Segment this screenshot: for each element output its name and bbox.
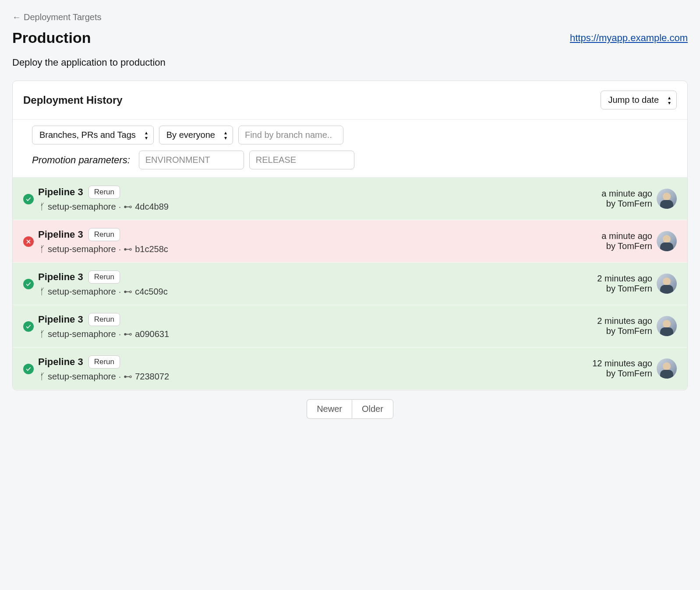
section-title: Deployment History [23, 94, 123, 106]
deployment-time: a minute ago [601, 189, 652, 199]
deployment-author: by TomFern [601, 199, 652, 209]
x-icon [23, 236, 34, 247]
branch-icon: ᚶ [40, 244, 45, 254]
rerun-button[interactable]: Rerun [88, 313, 120, 326]
rerun-button[interactable]: Rerun [88, 355, 120, 369]
pipeline-name: Pipeline 3 [38, 314, 83, 325]
breadcrumb-label: Deployment Targets [24, 12, 102, 22]
avatar [657, 189, 677, 209]
commit-icon: ⊷ [124, 329, 132, 339]
commit-sha: 4dc4b89 [135, 202, 169, 212]
commit-icon: ⊷ [124, 244, 132, 254]
deployment-item[interactable]: Pipeline 3Rerunᚶsetup-semaphore·⊷7238072… [13, 348, 687, 390]
deployment-author: by TomFern [597, 284, 652, 294]
deployment-history-card: Deployment History Jump to date ▴▾ Branc… [12, 81, 688, 390]
commit-sha: 7238072 [135, 372, 169, 382]
environment-param-input[interactable] [139, 151, 244, 169]
pipeline-name: Pipeline 3 [38, 186, 83, 198]
check-icon [23, 194, 34, 204]
pipeline-name: Pipeline 3 [38, 271, 83, 283]
commit-icon: ⊷ [124, 371, 132, 382]
rerun-button[interactable]: Rerun [88, 228, 120, 241]
branch-icon: ᚶ [40, 329, 45, 339]
jump-to-date-select[interactable]: Jump to date [601, 91, 677, 109]
branch-icon: ᚶ [40, 287, 45, 297]
target-description: Deploy the application to production [12, 57, 688, 68]
avatar [657, 274, 677, 294]
check-icon [23, 279, 34, 289]
branch-icon: ᚶ [40, 372, 45, 382]
newer-button[interactable]: Newer [307, 399, 352, 419]
deployment-item[interactable]: Pipeline 3Rerunᚶsetup-semaphore·⊷4dc4b89… [13, 178, 687, 220]
pipeline-name: Pipeline 3 [38, 229, 83, 240]
deployment-time: 2 minutes ago [597, 274, 652, 284]
commit-sha: a090631 [135, 329, 169, 339]
commit-icon: ⊷ [124, 286, 132, 297]
deployment-list: Pipeline 3Rerunᚶsetup-semaphore·⊷4dc4b89… [13, 177, 687, 390]
arrow-left-icon: ← [12, 12, 21, 22]
check-icon [23, 321, 34, 332]
branch-name: setup-semaphore [48, 372, 116, 382]
deployment-time: a minute ago [601, 231, 652, 241]
deployment-author: by TomFern [592, 369, 652, 379]
source-filter-select[interactable]: Branches, PRs and Tags [32, 126, 154, 144]
page-title: Production [12, 29, 91, 46]
target-url-link[interactable]: https://myapp.example.com [570, 32, 688, 44]
older-button[interactable]: Older [352, 399, 393, 419]
deployment-time: 12 minutes ago [592, 358, 652, 369]
avatar [657, 358, 677, 379]
rerun-button[interactable]: Rerun [88, 270, 120, 284]
deployment-item[interactable]: Pipeline 3Rerunᚶsetup-semaphore·⊷c4c509c… [13, 263, 687, 305]
deployment-author: by TomFern [597, 326, 652, 336]
release-param-input[interactable] [249, 151, 354, 169]
branch-name: setup-semaphore [48, 329, 116, 339]
breadcrumb-back[interactable]: ← Deployment Targets [12, 12, 102, 22]
deployment-time: 2 minutes ago [597, 316, 652, 326]
branch-name: setup-semaphore [48, 244, 116, 254]
avatar [657, 231, 677, 251]
deployment-item[interactable]: Pipeline 3Rerunᚶsetup-semaphore·⊷a090631… [13, 305, 687, 348]
rerun-button[interactable]: Rerun [88, 186, 120, 199]
avatar [657, 316, 677, 336]
deployment-author: by TomFern [601, 241, 652, 251]
check-icon [23, 364, 34, 374]
commit-sha: c4c509c [135, 287, 168, 297]
deployment-item[interactable]: Pipeline 3Rerunᚶsetup-semaphore·⊷b1c258c… [13, 220, 687, 263]
commit-icon: ⊷ [124, 201, 132, 212]
commit-sha: b1c258c [135, 244, 168, 254]
pipeline-name: Pipeline 3 [38, 356, 83, 368]
promotion-params-label: Promotion parameters: [32, 155, 130, 166]
branch-name: setup-semaphore [48, 202, 116, 212]
branch-name: setup-semaphore [48, 287, 116, 297]
author-filter-select[interactable]: By everyone [159, 126, 233, 144]
branch-icon: ᚶ [40, 202, 45, 212]
branch-search-input[interactable] [238, 126, 343, 144]
